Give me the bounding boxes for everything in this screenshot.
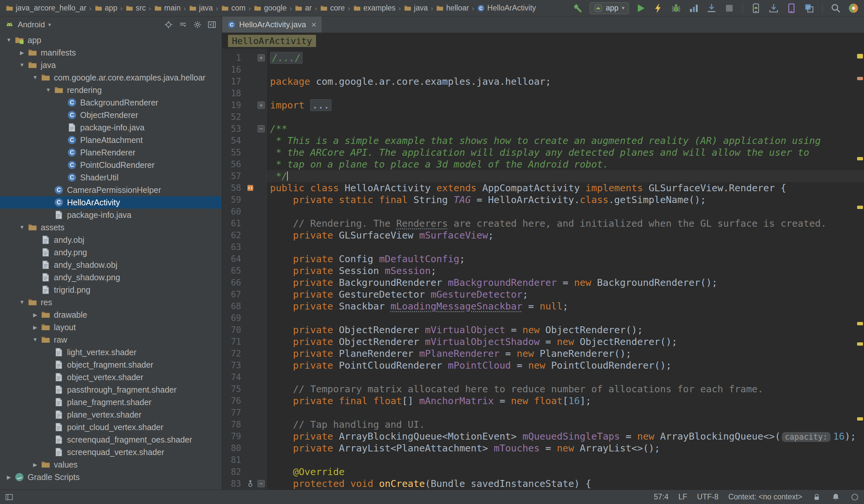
line-number[interactable]: 60: [222, 206, 245, 217]
tree-item[interactable]: passthrough_fragment.shader: [0, 383, 222, 396]
context-indicator[interactable]: Context: <no context>: [728, 492, 802, 501]
tree-item[interactable]: andy_shadow.obj: [0, 259, 222, 271]
line-number[interactable]: 62: [222, 229, 245, 241]
code-line[interactable]: 66 private BackgroundRenderer mBackgroun…: [222, 277, 864, 288]
code-line[interactable]: 60: [222, 206, 864, 217]
line-number[interactable]: 16: [222, 64, 245, 75]
tree-chevron-icon[interactable]: ▼: [29, 337, 41, 343]
code-line[interactable]: 54 * This is a simple example that shows…: [222, 135, 864, 146]
line-number[interactable]: 79: [222, 430, 245, 442]
tree-item[interactable]: ▶drawable: [0, 309, 222, 321]
tree-item[interactable]: ▶values: [0, 458, 222, 471]
caret-position[interactable]: 57:4: [654, 492, 669, 501]
tree-chevron-icon[interactable]: ▶: [16, 50, 27, 56]
tree-item[interactable]: ▼java: [0, 59, 222, 71]
tree-item[interactable]: package-info.java: [0, 121, 222, 134]
tree-item[interactable]: CPlaneRenderer: [0, 146, 222, 159]
tree-item[interactable]: ▼assets: [0, 221, 222, 233]
code-line[interactable]: 76 private final float[] mAnchorMatrix =…: [222, 395, 864, 407]
assistant-icon[interactable]: [848, 2, 860, 14]
collapse-all-icon[interactable]: [178, 20, 188, 30]
code-line[interactable]: 64 private Config mDefaultConfig;: [222, 253, 864, 265]
tree-item[interactable]: andy.obj: [0, 233, 222, 246]
tab-helloaractivity-java[interactable]: C HelloArActivity.java ×: [222, 16, 322, 33]
code-line[interactable]: 63: [222, 241, 864, 253]
run-configuration-select[interactable]: app▾: [590, 2, 629, 14]
lock-icon[interactable]: [812, 492, 821, 502]
code-line[interactable]: 67 private GestureDetector mGestureDetec…: [222, 288, 864, 300]
locate-file-icon[interactable]: [163, 20, 174, 30]
breadcrumb-item[interactable]: app: [94, 4, 118, 12]
tree-item[interactable]: object_fragment.shader: [0, 358, 222, 371]
tree-item[interactable]: light_vertex.shader: [0, 346, 222, 358]
event-log-icon[interactable]: [831, 492, 840, 502]
tree-item[interactable]: CPointCloudRenderer: [0, 159, 222, 171]
breadcrumb-item[interactable]: google: [253, 4, 287, 12]
breadcrumb-item[interactable]: java: [188, 4, 214, 12]
tree-item[interactable]: ▼raw: [0, 334, 222, 346]
line-number[interactable]: 83: [222, 478, 245, 490]
code-line[interactable]: 62 private GLSurfaceView mSurfaceView;: [222, 229, 864, 241]
code-line[interactable]: 53−/**: [222, 123, 864, 135]
code-line[interactable]: 61 // Rendering. The Renderers are creat…: [222, 217, 864, 229]
tree-chevron-icon[interactable]: ▶: [29, 312, 41, 318]
tree-item[interactable]: plane_vertex.shader: [0, 408, 222, 421]
line-number[interactable]: 69: [222, 312, 245, 324]
toolwindow-toggle-icon[interactable]: [4, 492, 14, 502]
fold-plus-icon[interactable]: +: [255, 99, 267, 111]
code-line[interactable]: 69: [222, 312, 864, 324]
tree-chevron-icon[interactable]: ▼: [43, 87, 54, 93]
class-marker-icon[interactable]: [245, 182, 255, 194]
breadcrumb-item[interactable]: CHelloArActivity: [476, 4, 537, 12]
stop-button[interactable]: [723, 2, 735, 14]
line-number[interactable]: 80: [222, 442, 245, 454]
tree-chevron-icon[interactable]: ▶: [29, 461, 41, 468]
tree-item[interactable]: andy.png: [0, 246, 222, 259]
code-line[interactable]: 78 // Tap handling and UI.: [222, 419, 864, 430]
profiler-button[interactable]: [688, 2, 700, 14]
line-number[interactable]: 74: [222, 371, 245, 383]
line-number[interactable]: 81: [222, 454, 245, 466]
device-file-explorer-icon[interactable]: [785, 2, 797, 14]
line-number[interactable]: 73: [222, 359, 245, 371]
tree-item[interactable]: ▼rendering: [0, 84, 222, 96]
tree-item[interactable]: ▶manifests: [0, 46, 222, 59]
code-line[interactable]: 70 private ObjectRenderer mVirtualObject…: [222, 324, 864, 336]
breadcrumb-item[interactable]: src: [124, 4, 147, 12]
code-line[interactable]: 18: [222, 87, 864, 99]
code-line[interactable]: 81: [222, 454, 864, 466]
line-number[interactable]: 19: [222, 99, 245, 111]
tree-item[interactable]: CShaderUtil: [0, 171, 222, 184]
line-number[interactable]: 58: [222, 182, 245, 194]
line-number[interactable]: 72: [222, 348, 245, 359]
breadcrumb-item[interactable]: main: [153, 4, 182, 12]
search-everywhere-icon[interactable]: [830, 2, 842, 14]
code-line[interactable]: 56 * tap on a plane to place a 3d model …: [222, 158, 864, 170]
hide-panel-icon[interactable]: [207, 20, 217, 30]
line-number[interactable]: 64: [222, 253, 245, 265]
line-number[interactable]: 53: [222, 123, 245, 135]
line-number[interactable]: 1: [222, 52, 245, 64]
tree-chevron-icon[interactable]: ▶: [29, 324, 41, 331]
code-line[interactable]: 1+/.../: [222, 52, 864, 64]
fold-plus-icon[interactable]: +: [255, 52, 267, 64]
code-line[interactable]: 79 private ArrayBlockingQueue<MotionEven…: [222, 430, 864, 442]
file-encoding-indicator[interactable]: UTF-8: [697, 492, 719, 501]
settings-gear-icon[interactable]: [192, 20, 203, 30]
code-line[interactable]: 71 private ObjectRenderer mVirtualObject…: [222, 336, 864, 348]
tree-item[interactable]: point_cloud_vertex.shader: [0, 421, 222, 433]
code-line[interactable]: 55 * the ARCore API. The application wil…: [222, 146, 864, 158]
tree-chevron-icon[interactable]: ▼: [16, 225, 27, 230]
breadcrumb-item[interactable]: java: [403, 4, 429, 12]
line-number[interactable]: 65: [222, 265, 245, 277]
fold-minus-icon[interactable]: −: [255, 478, 267, 490]
line-number[interactable]: 71: [222, 336, 245, 348]
tree-item[interactable]: package-info.java: [0, 209, 222, 221]
line-number[interactable]: 70: [222, 324, 245, 336]
code-line[interactable]: 75 // Temporary matrix allocated here to…: [222, 383, 864, 395]
code-line[interactable]: 72 private PlaneRenderer mPlaneRenderer …: [222, 348, 864, 359]
breadcrumb-class[interactable]: HelloArActivity: [228, 35, 316, 47]
layout-inspector-icon[interactable]: [803, 2, 815, 14]
avd-manager-icon[interactable]: [750, 2, 762, 14]
breadcrumb-item[interactable]: com: [220, 4, 247, 12]
